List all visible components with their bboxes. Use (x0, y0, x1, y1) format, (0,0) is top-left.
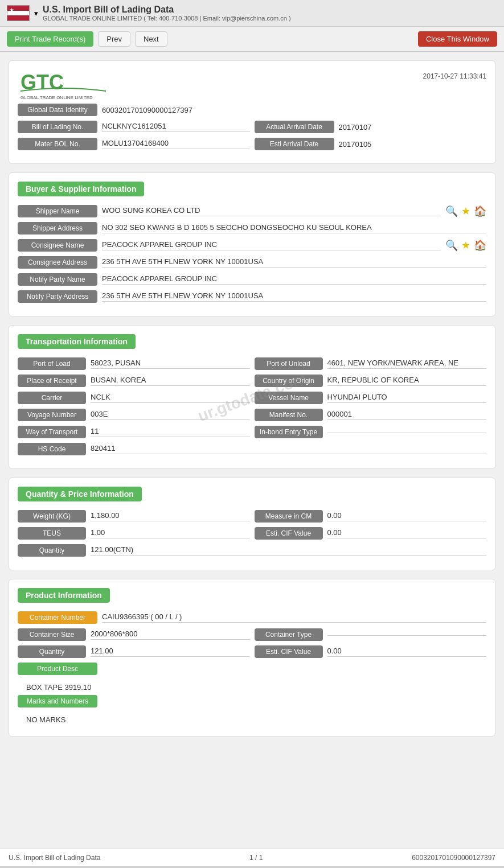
actual-arrival-col: Actual Arrival Date 20170107 (255, 121, 487, 133)
consignee-address-row: Consignee Address 236 5TH AVE 5TH FLNEW … (18, 256, 486, 269)
footer-middle: 1 / 1 (249, 854, 263, 862)
notify-name-value: PEACOCK APPAREL GROUP INC (102, 274, 486, 285)
carrier-col: Carrier NCLK (18, 392, 250, 404)
next-button[interactable]: Next (135, 31, 167, 47)
buyer-supplier-title: Buyer & Supplier Information (18, 182, 144, 196)
product-desc-value: BOX TAPE 3919.10 (18, 680, 486, 695)
weight-measure-row: Weight (KG) 1,180.00 Measure in CM 0.00 (18, 510, 486, 523)
shipper-address-row: Shipper Address NO 302 SEO KWANG B D 160… (18, 222, 486, 235)
container-size-type-row: Container Size 2000*806*800 Container Ty… (18, 628, 486, 641)
esti-cif-label: Esti. CIF Value (255, 527, 323, 540)
inbond-value (327, 431, 487, 433)
consignee-name-row: Consignee Name PEACOCK APPAREL GROUP INC… (18, 239, 486, 252)
container-size-value: 2000*806*800 (91, 630, 250, 640)
close-button[interactable]: Close This Window (418, 31, 497, 47)
qp-quantity-label: Quantity (18, 544, 86, 557)
consignee-address-label: Consignee Address (18, 256, 97, 269)
prev-button[interactable]: Prev (98, 31, 130, 47)
consignee-house-icon[interactable]: 🏠 (474, 239, 486, 252)
port-unload-value: 4601, NEW YORK/NEWARK AREA, NE (327, 359, 487, 369)
consignee-search-icon[interactable]: 🔍 (445, 239, 458, 252)
product-qty-cif-row: Quantity 121.00 Esti. CIF Value 0.00 (18, 645, 486, 658)
inbond-col: In-bond Entry Type (255, 426, 487, 438)
carrier-value: NCLK (91, 393, 250, 403)
way-transport-value: 11 (91, 427, 250, 437)
consignee-star-icon[interactable]: ★ (461, 239, 470, 252)
receipt-value: BUSAN, KOREA (91, 376, 250, 386)
consignee-address-value: 236 5TH AVE 5TH FLNEW YORK NY 10001USA (102, 257, 486, 268)
origin-col: Country of Origin KR, REPUBLIC OF KOREA (255, 375, 487, 387)
container-type-value (327, 634, 487, 636)
top-bar: ▾ U.S. Import Bill of Lading Data GLOBAL… (0, 0, 504, 27)
product-cif-col: Esti. CIF Value 0.00 (255, 645, 487, 658)
port-unload-label: Port of Unload (255, 357, 323, 370)
vessel-col: Vessel Name HYUNDAI PLUTO (255, 392, 487, 404)
weight-value: 1,180.00 (91, 511, 250, 521)
consignee-icons: 🔍 ★ 🏠 (445, 239, 486, 252)
qp-quantity-row: Quantity 121.00(CTN) (18, 544, 486, 557)
company-info: GLOBAL TRADE ONLINE LIMITED ( Tel: 400-7… (43, 15, 291, 22)
bill-label: Bill of Lading No. (18, 121, 97, 133)
shipper-address-value: NO 302 SEO KWANG B D 1605 5 SEOCHO DONGS… (102, 223, 486, 233)
container-number-label: Container Number (18, 611, 97, 624)
hs-code-value: 820411 (91, 444, 486, 454)
carrier-label: Carrier (18, 392, 86, 404)
qp-title: Quantity & Price Information (18, 487, 142, 501)
esti-arrival-col: Esti Arrival Date 20170105 (255, 138, 487, 150)
consignee-name-label: Consignee Name (18, 239, 97, 252)
header-card: GTC GLOBAL TRADE ONLINE LIMITED 2017-10-… (9, 60, 495, 164)
bill-arrival-row: Bill of Lading No. NCLKNYC1612051 Actual… (18, 121, 486, 133)
master-esti-row: Mater BOL No. MOLU13704168400 Esti Arriv… (18, 138, 486, 150)
footer: U.S. Import Bill of Lading Data 1 / 1 60… (0, 849, 504, 866)
way-transport-label: Way of Transport (18, 426, 86, 438)
shipper-name-row: Shipper Name WOO SUNG KOREA CO LTD 🔍 ★ 🏠 (18, 205, 486, 217)
esti-arrival-label: Esti Arrival Date (255, 138, 334, 150)
notify-address-label: Notify Party Address (18, 290, 97, 303)
shipper-star-icon[interactable]: ★ (461, 205, 470, 217)
global-data-label: Global Data Identity (18, 104, 97, 116)
transport-inbond-row: Way of Transport 11 In-bond Entry Type (18, 426, 486, 438)
manifest-col: Manifest No. 000001 (255, 409, 487, 421)
global-data-value: 6003201701090000127397 (102, 106, 486, 114)
weight-col: Weight (KG) 1,180.00 (18, 510, 250, 523)
product-info-card: Product Information Container Number CAI… (9, 579, 495, 737)
global-data-row: Global Data Identity 6003201701090000127… (18, 104, 486, 116)
qp-header: Quantity & Price Information (18, 487, 486, 501)
port-row: Port of Load 58023, PUSAN Port of Unload… (18, 357, 486, 370)
transportation-title: Transportation Information (18, 334, 136, 349)
voyage-manifest-row: Voyage Number 003E Manifest No. 000001 (18, 409, 486, 421)
origin-label: Country of Origin (255, 375, 323, 387)
transportation-card: ur.gtodata.com Transportation Informatio… (9, 325, 495, 469)
marks-row: Marks and Numbers (18, 695, 486, 707)
receipt-col: Place of Receipt BUSAN, KOREA (18, 375, 250, 387)
port-load-value: 58023, PUSAN (91, 359, 250, 369)
product-title: Product Information (18, 588, 110, 603)
voyage-col: Voyage Number 003E (18, 409, 250, 421)
container-size-label: Container Size (18, 628, 86, 641)
container-size-col: Container Size 2000*806*800 (18, 628, 250, 641)
marks-label: Marks and Numbers (18, 695, 97, 707)
shipper-name-value: WOO SUNG KOREA CO LTD (102, 206, 441, 216)
container-number-row: Container Number CAIU9366395 ( 00 / L / … (18, 611, 486, 624)
port-load-label: Port of Load (18, 357, 86, 370)
buyer-supplier-header: Buyer & Supplier Information (18, 182, 486, 196)
carrier-vessel-row: Carrier NCLK Vessel Name HYUNDAI PLUTO (18, 392, 486, 404)
receipt-label: Place of Receipt (18, 375, 86, 387)
notify-name-label: Notify Party Name (18, 273, 97, 286)
dropdown-arrow[interactable]: ▾ (34, 9, 38, 18)
shipper-search-icon[interactable]: 🔍 (445, 205, 458, 217)
consignee-name-value: PEACOCK APPAREL GROUP INC (102, 240, 441, 250)
buyer-supplier-card: Buyer & Supplier Information Shipper Nam… (9, 172, 495, 316)
voyage-label: Voyage Number (18, 409, 86, 421)
print-button[interactable]: Print Trade Record(s) (7, 31, 93, 47)
logo-area: GTC GLOBAL TRADE ONLINE LIMITED 2017-10-… (18, 69, 486, 104)
product-desc-label: Product Desc (18, 663, 97, 675)
container-type-col: Container Type (255, 628, 487, 641)
container-type-label: Container Type (255, 628, 323, 641)
hs-code-row: HS Code 820411 (18, 443, 486, 455)
svg-text:GLOBAL TRADE ONLINE LIMITED: GLOBAL TRADE ONLINE LIMITED (21, 95, 93, 100)
shipper-house-icon[interactable]: 🏠 (474, 205, 486, 217)
footer-left: U.S. Import Bill of Lading Data (9, 854, 100, 862)
timestamp: 2017-10-27 11:33:41 (423, 72, 486, 80)
measure-col: Measure in CM 0.00 (255, 510, 487, 523)
